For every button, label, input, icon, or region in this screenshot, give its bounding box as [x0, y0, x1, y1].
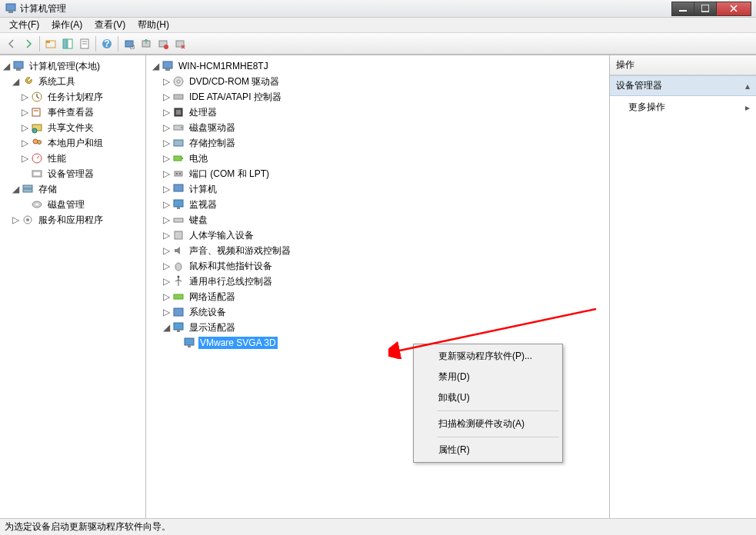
console-tree[interactable]: ◢ 计算机管理(本地) ◢系统工具 ▷任务计划程序 ▷事件查看器 ▷共享文件夹 …	[0, 55, 146, 518]
computer-icon	[162, 60, 174, 72]
ctx-separator	[437, 410, 559, 411]
dev-root[interactable]: ◢WIN-HCM1RMHE8TJ	[148, 58, 608, 74]
port-icon	[172, 168, 185, 180]
svg-rect-32	[23, 189, 32, 192]
svg-rect-1	[8, 11, 13, 13]
tree-shared-folders[interactable]: ▷共享文件夹	[2, 120, 144, 135]
dev-battery[interactable]: ▷电池	[148, 151, 608, 166]
help-button[interactable]: ?	[98, 35, 115, 52]
dev-ports[interactable]: ▷端口 (COM 和 LPT)	[148, 166, 608, 181]
services-icon	[22, 214, 34, 226]
tree-local-users[interactable]: ▷本地用户和组	[2, 135, 144, 151]
dev-dvd[interactable]: ▷DVD/CD-ROM 驱动器	[148, 74, 608, 89]
dev-hid[interactable]: ▷人体学输入设备	[148, 228, 608, 243]
svg-rect-20	[16, 68, 21, 71]
dev-sound[interactable]: ▷声音、视频和游戏控制器	[148, 243, 608, 258]
ctx-properties[interactable]: 属性(R)	[415, 440, 561, 460]
ctx-disable[interactable]: 禁用(D)	[415, 367, 561, 387]
wrench-icon	[22, 75, 34, 88]
actions-more[interactable]: 更多操作 ▸	[610, 96, 756, 118]
content: ◢ 计算机管理(本地) ◢系统工具 ▷任务计划程序 ▷事件查看器 ▷共享文件夹 …	[0, 55, 756, 518]
dvd-icon	[172, 75, 185, 88]
clock-icon	[31, 91, 43, 103]
tree-event-viewer[interactable]: ▷事件查看器	[2, 105, 144, 120]
svg-rect-5	[46, 41, 50, 43]
svg-rect-13	[125, 41, 133, 47]
mouse-icon	[172, 260, 185, 272]
svg-point-45	[181, 127, 182, 128]
svg-point-51	[179, 173, 181, 174]
toolbar: ?	[0, 33, 756, 55]
svg-rect-31	[23, 185, 32, 188]
dev-cpu[interactable]: ▷处理器	[148, 105, 608, 120]
tree-services[interactable]: ▷服务和应用程序	[2, 212, 144, 228]
share-icon	[31, 121, 43, 134]
disk-icon	[31, 198, 43, 211]
ctx-uninstall[interactable]: 卸载(U)	[415, 387, 561, 408]
close-button[interactable]	[716, 2, 751, 16]
svg-rect-60	[174, 308, 183, 316]
up-button[interactable]	[42, 35, 59, 52]
dev-display[interactable]: ◢显示适配器	[148, 320, 608, 335]
properties-button[interactable]	[76, 35, 93, 52]
perf-icon	[31, 152, 43, 164]
tree-storage[interactable]: ◢存储	[2, 181, 144, 197]
forward-button[interactable]	[20, 35, 37, 52]
ctx-update-driver[interactable]: 更新驱动程序软件(P)...	[415, 346, 561, 367]
svg-point-25	[32, 128, 37, 133]
titlebar: 计算机管理	[0, 0, 756, 18]
menu-help[interactable]: 帮助(H)	[132, 17, 175, 33]
svg-rect-55	[174, 218, 183, 222]
back-button[interactable]	[3, 35, 20, 52]
sysdev-icon	[172, 306, 185, 318]
actions-panel: 操作 设备管理器 ▴ 更多操作 ▸	[610, 55, 756, 518]
svg-rect-63	[185, 338, 194, 345]
dev-computer[interactable]: ▷计算机	[148, 181, 608, 197]
maximize-button[interactable]	[694, 2, 717, 16]
status-text: 为选定设备启动更新驱动程序软件向导。	[5, 520, 171, 533]
actions-section[interactable]: 设备管理器 ▴	[610, 75, 756, 96]
scan-hw-button[interactable]	[121, 35, 138, 52]
computer-mgmt-icon	[12, 60, 25, 72]
ide-icon	[172, 91, 185, 103]
minimize-button[interactable]	[671, 2, 694, 16]
actions-header: 操作	[610, 55, 756, 75]
menu-action[interactable]: 操作(A)	[45, 17, 88, 33]
menu-view[interactable]: 查看(V)	[88, 17, 132, 33]
svg-rect-54	[177, 207, 180, 209]
disable-button[interactable]	[172, 35, 188, 52]
ctx-scan[interactable]: 扫描检测硬件改动(A)	[415, 414, 561, 434]
hdd-icon	[172, 121, 185, 134]
dev-ide[interactable]: ▷IDE ATA/ATAPI 控制器	[148, 89, 608, 105]
svg-point-34	[35, 204, 38, 206]
users-icon	[31, 137, 43, 149]
tree-task-scheduler[interactable]: ▷任务计划程序	[2, 89, 144, 105]
dev-usb[interactable]: ▷通用串行总线控制器	[148, 274, 608, 289]
svg-point-50	[176, 173, 178, 174]
tree-device-manager[interactable]: 设备管理器	[2, 166, 144, 181]
dev-network[interactable]: ▷网络适配器	[148, 289, 608, 304]
tree-root[interactable]: ◢ 计算机管理(本地)	[2, 58, 144, 74]
menu-file[interactable]: 文件(F)	[3, 17, 45, 33]
dev-mouse[interactable]: ▷鼠标和其他指针设备	[148, 258, 608, 274]
dev-storage-ctrl[interactable]: ▷存储控制器	[148, 135, 608, 151]
svg-rect-53	[174, 200, 183, 207]
tree-system-tools[interactable]: ◢系统工具	[2, 74, 144, 89]
device-tree-panel[interactable]: ◢WIN-HCM1RMHE8TJ ▷DVD/CD-ROM 驱动器 ▷IDE AT…	[146, 55, 610, 518]
dev-monitor[interactable]: ▷监视器	[148, 197, 608, 212]
svg-point-27	[38, 141, 42, 145]
tree-performance[interactable]: ▷性能	[2, 151, 144, 166]
dev-keyboard[interactable]: ▷键盘	[148, 212, 608, 228]
dev-system[interactable]: ▷系统设备	[148, 304, 608, 320]
battery-icon	[172, 152, 185, 164]
svg-point-26	[33, 139, 38, 144]
event-icon	[31, 106, 43, 118]
show-hide-tree-button[interactable]	[59, 35, 76, 52]
update-driver-button[interactable]	[138, 35, 155, 52]
uninstall-button[interactable]	[155, 35, 172, 52]
svg-rect-7	[68, 39, 72, 48]
sound-icon	[172, 244, 185, 257]
cpu-icon	[172, 106, 185, 118]
dev-disk[interactable]: ▷磁盘驱动器	[148, 120, 608, 135]
tree-disk-mgmt[interactable]: 磁盘管理	[2, 197, 144, 212]
